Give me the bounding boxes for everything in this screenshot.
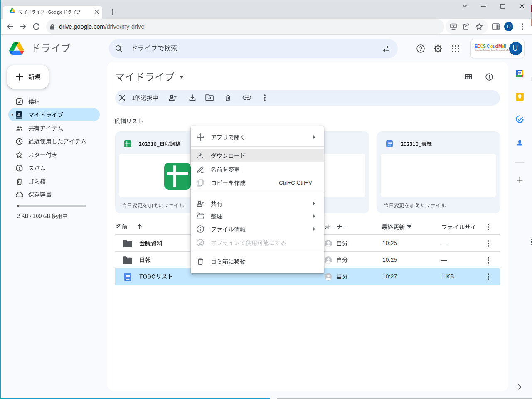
svg-text:31: 31 — [518, 71, 522, 75]
